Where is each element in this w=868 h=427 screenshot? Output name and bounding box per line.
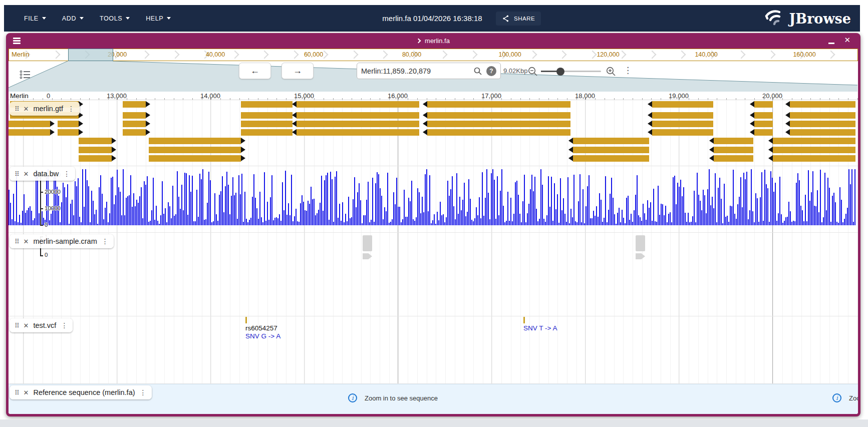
gene-feature[interactable] [79,138,112,144]
gene-feature[interactable] [123,112,146,119]
wiggle-bar [578,201,579,225]
gene-feature[interactable] [652,112,713,119]
menu-help[interactable]: HELP [140,11,177,26]
zoom-slider-thumb[interactable] [556,68,564,76]
drag-handle-icon[interactable]: ⠿ [15,170,19,178]
gene-feature[interactable] [790,101,855,108]
variant-feature[interactable] [523,317,525,323]
close-icon[interactable]: ✕ [844,36,850,45]
gene-feature[interactable] [754,121,773,127]
gene-feature[interactable] [790,121,855,127]
gene-feature[interactable] [790,129,855,136]
wiggle-bar [321,176,322,225]
track-label-reference-sequence[interactable]: ⠿ ✕ Reference sequence (merlin.fa) ⋮ [10,385,152,399]
drag-handle-icon[interactable]: ⠿ [15,322,19,329]
gene-feature[interactable] [573,147,649,153]
gene-feature[interactable] [790,112,855,119]
gene-feature[interactable] [149,147,241,153]
share-button[interactable]: SHARE [496,12,541,26]
gene-feature[interactable] [9,129,50,136]
track-label-merlin-gtf[interactable]: ⠿ ✕ merlin.gtf ⋮ [10,102,80,116]
gene-feature[interactable] [149,155,241,162]
gene-feature[interactable] [241,129,293,136]
gene-feature[interactable] [58,121,79,127]
overview-scalebar[interactable]: Merlin 20,00040,00060,00080,000100,00012… [9,49,858,61]
drag-handle-icon[interactable]: ⠿ [15,238,19,245]
back-button[interactable]: ← [239,63,271,79]
gene-feature[interactable] [754,101,773,108]
menu-tools[interactable]: TOOLS [94,11,136,26]
close-track-icon[interactable]: ✕ [24,105,29,113]
gene-feature[interactable] [773,155,855,162]
track-label-test-vcf[interactable]: ⠿ ✕ test.vcf ⋮ [10,318,73,332]
gene-feature[interactable] [123,101,146,108]
wiggle-bar [567,177,568,225]
track-menu-icon[interactable]: ⋮ [140,388,147,396]
gene-feature[interactable] [754,112,773,119]
gene-feature[interactable] [652,121,713,127]
menu-file[interactable]: FILE [18,11,52,26]
track-menu-icon[interactable]: ⋮ [61,321,68,329]
zoom-out-icon[interactable] [527,66,538,77]
drag-handle-icon[interactable]: ⠿ [15,389,19,396]
view-options-kebab-icon[interactable]: ⋮ [624,65,632,76]
gene-feature[interactable] [123,121,146,127]
gene-feature[interactable] [652,129,713,136]
track-menu-icon[interactable]: ⋮ [68,105,75,113]
location-search-input[interactable] [361,67,473,75]
gene-feature[interactable] [652,101,713,108]
close-track-icon[interactable]: ✕ [24,322,29,329]
gene-feature[interactable] [714,155,753,162]
gene-feature[interactable] [123,129,146,136]
gene-feature[interactable] [9,121,50,127]
gene-feature[interactable] [241,101,293,108]
minimize-button[interactable] [828,43,834,44]
gene-feature[interactable] [427,129,570,136]
close-track-icon[interactable]: ✕ [24,238,29,245]
track-menu-icon[interactable]: ⋮ [63,170,70,178]
gene-feature[interactable] [427,121,570,127]
ruler-minor-tick [370,98,371,100]
location-search-box[interactable]: ? [357,63,501,79]
gene-feature[interactable] [427,112,570,119]
gene-feature[interactable] [79,147,112,153]
search-icon[interactable] [473,67,482,76]
overview-selected-region[interactable] [68,49,113,61]
track-label-merlin-sample-cram[interactable]: ⠿ ✕ merlin-sample.cram ⋮ [10,234,114,248]
close-track-icon[interactable]: ✕ [24,170,29,178]
gene-feature[interactable] [297,101,419,108]
gene-feature[interactable] [573,138,649,144]
gene-feature[interactable] [714,147,753,153]
cram-read[interactable] [636,235,645,251]
gene-feature[interactable] [149,138,241,144]
gene-feature[interactable] [773,138,855,144]
gene-feature[interactable] [79,155,112,162]
gene-feature[interactable] [297,129,419,136]
gene-feature[interactable] [427,101,570,108]
cram-read[interactable] [363,235,372,251]
gene-feature[interactable] [573,155,649,162]
gene-feature[interactable] [714,138,753,144]
wiggle-bar [521,222,522,225]
zoom-in-icon[interactable] [606,66,617,77]
close-track-icon[interactable]: ✕ [24,389,29,396]
feature-arrow-right-icon [241,147,245,153]
gene-feature[interactable] [241,121,293,127]
track-selector-button[interactable] [20,69,31,80]
zoom-slider[interactable] [541,71,601,72]
search-help-icon[interactable]: ? [486,66,496,76]
menu-add[interactable]: ADD [56,11,90,26]
wiggle-bar [184,173,185,225]
gene-feature[interactable] [58,129,79,136]
gene-feature[interactable] [773,147,855,153]
gene-feature[interactable] [297,121,419,127]
gene-feature[interactable] [297,112,419,119]
track-label-data-bw[interactable]: ⠿ ✕ data.bw ⋮ [10,167,75,181]
cram-read-arrow[interactable] [636,253,645,259]
forward-button[interactable]: → [281,63,314,79]
track-menu-icon[interactable]: ⋮ [102,237,109,245]
gene-feature[interactable] [754,129,773,136]
variant-feature[interactable] [245,317,247,323]
gene-feature[interactable] [241,112,293,119]
drag-handle-icon[interactable]: ⠿ [15,105,19,113]
